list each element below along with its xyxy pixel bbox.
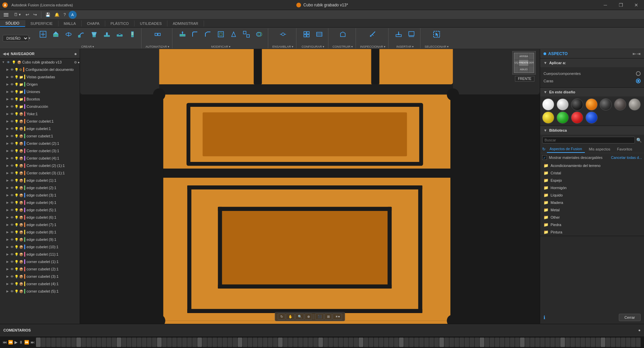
timeline-tick-51[interactable] — [293, 338, 298, 347]
timeline-tick-72[interactable] — [399, 338, 404, 347]
timeline-tick-71[interactable] — [394, 338, 399, 347]
insertar-label[interactable]: INSERTAR ▾ — [396, 45, 414, 48]
light-icon-24[interactable]: 💡 — [14, 238, 18, 242]
eye-icon-27[interactable]: 👁 — [10, 260, 14, 264]
insertar-btn2[interactable] — [405, 28, 417, 40]
timeline-tick-59[interactable] — [333, 338, 338, 347]
light-icon-8[interactable]: 💡 — [14, 120, 18, 123]
hole-btn[interactable] — [114, 28, 126, 40]
chamfer-btn[interactable] — [202, 28, 214, 40]
timeline-tick-81[interactable] — [444, 338, 449, 347]
timeline-tick-34[interactable] — [207, 338, 212, 347]
apply-bodies-radio[interactable] — [636, 71, 641, 76]
swatch-orange[interactable] — [586, 98, 598, 111]
vp-grid-btn[interactable]: ⊞ — [325, 313, 332, 320]
timeline-tick-60[interactable] — [338, 338, 343, 347]
lib-item-6[interactable]: 📁 Metal — [540, 206, 644, 214]
timeline-tick-14[interactable] — [107, 338, 111, 347]
material-search[interactable] — [542, 137, 635, 143]
close-btn[interactable]: ✕ — [629, 0, 644, 10]
timeline-tick-86[interactable] — [470, 338, 474, 347]
timeline-tick-109[interactable] — [586, 338, 590, 347]
timeline-tick-111[interactable] — [596, 338, 600, 347]
light-icon-13[interactable]: 💡 — [14, 157, 18, 160]
tree-item-28[interactable]: ▶ 👁 💡 📦 corner cubelet (2):1 — [0, 265, 80, 273]
tree-item-3[interactable]: ▶ 👁 💡 📁 Origen — [0, 81, 80, 88]
tab-fusion-aspects[interactable]: Aspectos de Fusion — [547, 145, 585, 153]
play-btn[interactable]: ▶ — [14, 340, 17, 345]
timeline-tick-91[interactable] — [495, 338, 499, 347]
timeline-tick-79[interactable] — [434, 338, 439, 347]
timeline-tick-116[interactable] — [621, 338, 626, 347]
new-component-btn[interactable] — [37, 28, 49, 40]
timeline-tick-40[interactable] — [238, 338, 242, 347]
eye-icon-19[interactable]: 👁 — [10, 201, 14, 205]
timeline-tick-49[interactable] — [283, 338, 288, 347]
timeline-tick-3[interactable] — [51, 338, 56, 347]
lib-item-0[interactable]: 📁 Acondicionamiento del terreno — [540, 162, 644, 169]
timeline-tick-93[interactable] — [505, 338, 510, 347]
timeline-tick-12[interactable] — [96, 338, 101, 347]
light-icon-12[interactable]: 💡 — [14, 149, 18, 153]
eye-icon-30[interactable]: 👁 — [10, 282, 14, 286]
timeline-tick-10[interactable] — [86, 338, 91, 347]
timeline-tick-106[interactable] — [570, 338, 575, 347]
vp-display-btn[interactable]: ⬛ — [315, 313, 324, 320]
timeline-tick-85[interactable] — [465, 338, 469, 347]
eye-icon-23[interactable]: 👁 — [10, 230, 14, 234]
timeline-tick-114[interactable] — [611, 338, 615, 347]
revolve-btn[interactable] — [63, 28, 75, 40]
timeline-tick-38[interactable] — [228, 338, 232, 347]
light-icon-28[interactable]: 💡 — [14, 267, 18, 271]
play-forward-btn[interactable]: ⏭ — [31, 340, 35, 345]
modificar-label[interactable]: MODIFICAR ▾ — [211, 45, 231, 48]
configurar-btn1[interactable] — [300, 28, 313, 40]
tree-item-21[interactable]: ▶ 👁 💡 📦 edge cubelet (6):1 — [0, 214, 80, 221]
eye-icon[interactable]: 👁 — [6, 60, 11, 64]
timeline-tick-82[interactable] — [449, 338, 454, 347]
timeline-tick-96[interactable] — [520, 338, 525, 347]
measure-btn[interactable] — [367, 28, 379, 40]
light-icon-31[interactable]: 💡 — [14, 290, 18, 293]
timeline-tick-69[interactable] — [384, 338, 389, 347]
timeline-tick-100[interactable] — [540, 338, 545, 347]
timeline-tick-16[interactable] — [117, 338, 121, 347]
insertar-btn1[interactable] — [393, 28, 405, 40]
tab-plastico[interactable]: PLÁSTICO — [105, 20, 134, 27]
eye-icon-22[interactable]: 👁 — [10, 223, 14, 227]
light-icon-19[interactable]: 💡 — [14, 201, 18, 205]
shell-btn[interactable] — [215, 28, 227, 40]
timeline-tick-26[interactable] — [167, 338, 172, 347]
light-icon-16[interactable]: 💡 — [14, 179, 18, 182]
combine-btn[interactable] — [253, 28, 265, 40]
refresh-lib-btn[interactable]: ↻ — [542, 147, 546, 151]
library-section-header[interactable]: ▼ Biblioteca — [540, 126, 644, 135]
tree-item-7[interactable]: ▶ 👁 💡 📦 Yoke:1 — [0, 110, 80, 118]
eye-icon-14[interactable]: 👁 — [10, 164, 14, 168]
lib-item-1[interactable]: 📁 Cristal — [540, 169, 644, 177]
vp-orbit-btn[interactable]: ↻ — [278, 313, 285, 320]
inspeccionar-label[interactable]: INSPECCIONAR ▾ — [360, 45, 386, 48]
timeline-tick-118[interactable] — [631, 338, 636, 347]
light-icon-7[interactable]: 💡 — [14, 112, 18, 116]
swatch-yellow[interactable] — [542, 112, 554, 124]
eye-icon-16[interactable]: 👁 — [10, 179, 14, 182]
sweep-btn[interactable] — [75, 28, 87, 40]
timeline-tick-32[interactable] — [197, 338, 202, 347]
timeline-tick-83[interactable] — [454, 338, 459, 347]
aspect-expand-btn[interactable]: ⇤⇥ — [633, 51, 641, 56]
timeline-tick-77[interactable] — [424, 338, 429, 347]
swatch-light-gray[interactable] — [557, 98, 569, 111]
eye-icon-15[interactable]: 👁 — [10, 171, 14, 175]
light-icon-10[interactable]: 💡 — [14, 134, 18, 138]
eye-icon-29[interactable]: 👁 — [10, 275, 14, 278]
info-icon[interactable]: ℹ — [544, 315, 545, 320]
timeline-tick-7[interactable] — [71, 338, 76, 347]
tree-root[interactable]: ▼ 👁 💡 📦 Cubo rubik grabado v13 ⚙ ● — [0, 58, 80, 66]
timeline-tick-19[interactable] — [132, 338, 136, 347]
extrude-btn[interactable] — [50, 28, 62, 40]
tree-item-23[interactable]: ▶ 👁 💡 📦 edge cubelet (8):1 — [0, 228, 80, 236]
light-icon-3[interactable]: 💡 — [14, 83, 18, 86]
timeline-tick-20[interactable] — [137, 338, 142, 347]
timeline-tick-50[interactable] — [288, 338, 293, 347]
